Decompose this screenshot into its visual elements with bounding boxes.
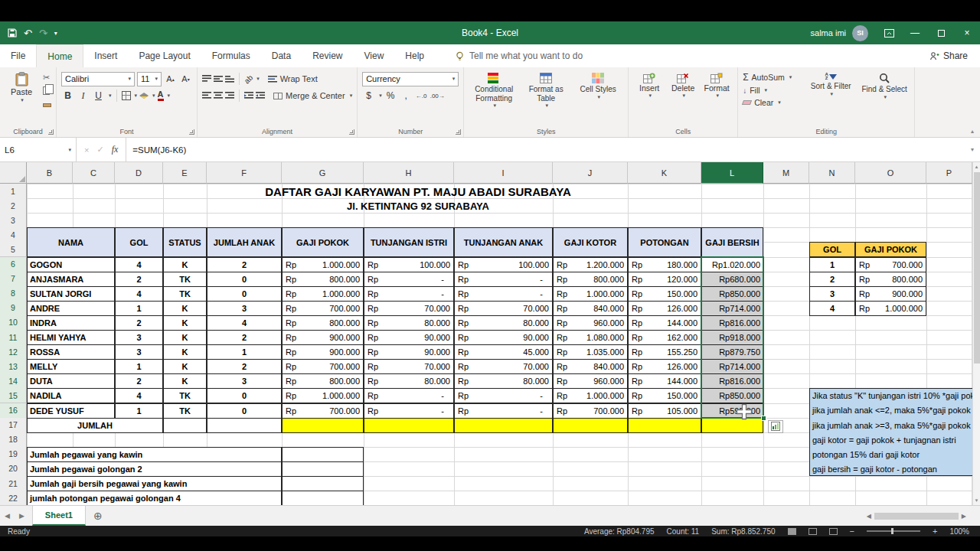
tunjangan-istri-cell[interactable]: Rp80.000 — [364, 315, 454, 331]
gol-ref-header[interactable]: GOL — [809, 242, 855, 257]
gaji-kotor-cell[interactable]: Rp1.000.000 — [553, 286, 628, 302]
font-dialog-launcher[interactable] — [189, 129, 194, 135]
employee-name-cell[interactable]: ANDRE — [27, 301, 115, 316]
table-header-gaji-kotor[interactable]: GAJI KOTOR — [553, 227, 628, 257]
sheet-nav-left-icon[interactable]: ◀ — [0, 506, 15, 526]
potongan-cell[interactable]: Rp162.000 — [628, 330, 701, 345]
gaji-kotor-cell[interactable]: Rp1.080.000 — [553, 330, 628, 345]
employee-name-cell[interactable]: ANJASMARA — [27, 272, 115, 287]
tunjangan-istri-cell[interactable]: Rp100.000 — [364, 257, 454, 272]
potongan-cell[interactable]: Rp126.000 — [628, 359, 701, 374]
status-cell[interactable]: TK — [163, 272, 207, 287]
status-cell[interactable]: K — [163, 315, 207, 331]
paste-dropdown-arrow[interactable]: ▾ — [21, 97, 24, 103]
italic-button[interactable]: I — [77, 89, 90, 103]
tunjangan-anak-cell[interactable]: Rp- — [454, 286, 553, 302]
font-name-select[interactable]: Calibri▾ — [61, 72, 135, 86]
tunjangan-anak-cell[interactable]: Rp80.000 — [454, 315, 553, 331]
tunjangan-istri-cell[interactable]: Rp90.000 — [364, 344, 454, 360]
jumlah-anak-cell[interactable]: 3 — [207, 373, 282, 389]
gol-cell[interactable]: 2 — [115, 373, 163, 389]
number-dialog-launcher[interactable] — [456, 129, 461, 135]
jumlah-total-cell[interactable] — [628, 418, 701, 433]
ribbon-tab-help[interactable]: Help — [394, 44, 435, 67]
gaji-bersih-cell[interactable]: Rp816.000 — [701, 315, 763, 331]
column-header-D[interactable]: D — [115, 162, 163, 184]
insert-cells-button[interactable]: Insert ▾ — [633, 70, 665, 99]
percent-style-icon[interactable]: % — [384, 89, 397, 103]
column-header-M[interactable]: M — [763, 162, 809, 184]
tunjangan-istri-cell[interactable]: Rp- — [364, 272, 454, 287]
gol-cell[interactable]: 1 — [115, 301, 163, 316]
jumlah-label-cell[interactable]: JUMLAH — [27, 418, 163, 433]
gaji-kotor-cell[interactable]: Rp800.000 — [553, 272, 628, 287]
gaji-bersih-cell[interactable]: Rp680.000 — [701, 272, 763, 287]
hscroll-left-icon[interactable]: ◀ — [864, 513, 874, 520]
zoom-level[interactable]: 100% — [949, 527, 969, 536]
gaji-pokok-cell[interactable]: Rp800.000 — [282, 315, 364, 331]
gol-cell[interactable]: 4 — [115, 388, 163, 403]
orientation-icon[interactable]: ab — [243, 73, 255, 85]
tunjangan-istri-cell[interactable]: Rp90.000 — [364, 330, 454, 345]
column-header-I[interactable]: I — [454, 162, 553, 184]
tunjangan-istri-cell[interactable]: Rp- — [364, 286, 454, 302]
summary-value-cell[interactable] — [282, 476, 364, 491]
tunjangan-anak-cell[interactable]: Rp90.000 — [454, 330, 553, 345]
gaji-kotor-cell[interactable]: Rp960.000 — [553, 373, 628, 389]
row-header-22[interactable]: 22 — [0, 491, 27, 505]
summary-label-cell[interactable]: Jumlah gaji bersih pegawai yang kawin — [27, 476, 282, 491]
potongan-cell[interactable]: Rp120.000 — [628, 272, 701, 287]
gaji-bersih-cell[interactable]: Rp879.750 — [701, 344, 763, 360]
increase-indent-icon[interactable] — [256, 92, 265, 99]
summary-label-cell[interactable]: Jumlah pegawai yang kawin — [27, 447, 282, 462]
table-header-potongan[interactable]: POTONGAN — [628, 227, 701, 257]
jumlah-anak-cell[interactable]: 0 — [207, 388, 282, 403]
borders-icon[interactable] — [122, 91, 131, 100]
tunjangan-istri-cell[interactable]: Rp70.000 — [364, 359, 454, 374]
gaji-pokok-cell[interactable]: Rp1.000.000 — [282, 286, 364, 302]
align-middle-icon[interactable] — [214, 75, 223, 83]
tunjangan-istri-cell[interactable]: Rp70.000 — [364, 301, 454, 316]
potongan-cell[interactable]: Rp150.000 — [628, 388, 701, 403]
formula-bar-expand-icon[interactable]: ▾ — [965, 138, 980, 161]
accounting-format-icon[interactable]: $ — [362, 89, 375, 103]
row-header-21[interactable]: 21 — [0, 476, 27, 491]
employee-name-cell[interactable]: GOGON — [27, 257, 115, 272]
jumlah-total-cell[interactable] — [553, 418, 628, 433]
row-header-4[interactable]: 4 — [0, 227, 27, 243]
conditional-formatting-button[interactable]: Conditional Formatting ▾ — [469, 70, 519, 109]
gol-ref-value[interactable]: 3 — [809, 286, 855, 302]
paste-button[interactable]: Paste ▾ — [5, 70, 38, 109]
column-header-N[interactable]: N — [809, 162, 855, 184]
gol-cell[interactable]: 3 — [115, 344, 163, 360]
column-header-P[interactable]: P — [926, 162, 972, 184]
delete-cells-button[interactable]: Delete ▾ — [667, 70, 699, 99]
merge-center-button[interactable]: Merge & Center▾ — [273, 91, 352, 100]
increase-font-icon[interactable]: A▴ — [164, 72, 177, 86]
status-cell[interactable]: TK — [163, 388, 207, 403]
align-top-icon[interactable] — [202, 75, 211, 83]
gaji-pokok-cell[interactable]: Rp800.000 — [282, 272, 364, 287]
decrease-decimal-icon[interactable]: .00→ — [430, 89, 445, 103]
tunjangan-istri-cell[interactable]: Rp80.000 — [364, 373, 454, 389]
row-header-3[interactable]: 3 — [0, 213, 27, 228]
tunjangan-anak-cell[interactable]: Rp- — [454, 272, 553, 287]
copy-icon[interactable] — [43, 86, 50, 95]
comma-style-icon[interactable]: , — [400, 89, 413, 103]
status-cell[interactable]: K — [163, 330, 207, 345]
align-left-icon[interactable] — [202, 92, 211, 99]
potongan-cell[interactable]: Rp150.000 — [628, 286, 701, 302]
gaji-pokok-cell[interactable]: Rp1.000.000 — [282, 388, 364, 403]
clear-button[interactable]: Clear▾ — [743, 98, 802, 107]
row-header-1[interactable]: 1 — [0, 184, 27, 199]
potongan-cell[interactable]: Rp155.250 — [628, 344, 701, 360]
table-header-gol[interactable]: GOL — [115, 227, 163, 257]
row-header-13[interactable]: 13 — [0, 359, 27, 374]
summary-label-cell[interactable]: Jumlah pegawai golongan 2 — [27, 461, 282, 477]
table-header-status[interactable]: STATUS — [163, 227, 207, 257]
gaji-kotor-cell[interactable]: Rp1.035.000 — [553, 344, 628, 360]
potongan-cell[interactable]: Rp144.000 — [628, 373, 701, 389]
jumlah-anak-cell[interactable]: 3 — [207, 301, 282, 316]
gaji-kotor-cell[interactable]: Rp960.000 — [553, 315, 628, 331]
jumlah-total-cell[interactable] — [282, 418, 364, 433]
